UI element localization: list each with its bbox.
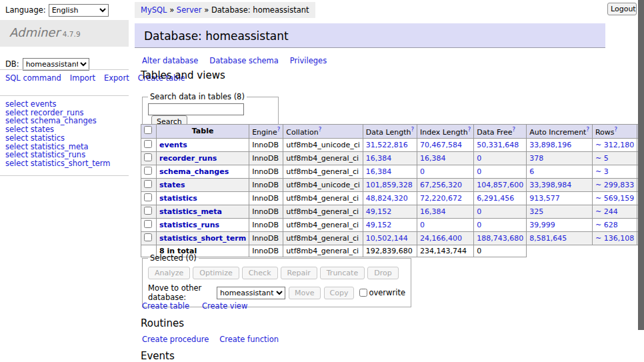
breadcrumb: MySQL » Server » Database: homeassistant [135,2,315,18]
help-link[interactable]: ? [615,126,618,133]
help-link[interactable]: ? [319,126,322,133]
breadcrumb-link-server[interactable]: Server [177,5,202,15]
sidebar-divider [0,95,129,96]
events-heading: Events [141,350,175,362]
header-label: Index Length [420,128,468,137]
row-checkbox[interactable] [144,153,152,161]
truncate-button[interactable]: Truncate [320,267,365,279]
link-privileges[interactable]: Privileges [290,56,327,65]
table-link-events[interactable]: events [159,141,187,149]
table-link-statistics-meta[interactable]: statistics_meta [159,207,222,216]
cell-index-length: 67,256,320 [417,178,474,191]
cell-rows[interactable]: ~ 3 [592,165,637,178]
help-link[interactable]: ? [411,126,415,133]
cell-collation: utf8mb4_general_ci [283,151,363,165]
sidebar-item-select-statistics-short-term[interactable]: select statistics_short_term [5,159,110,168]
row-checkbox[interactable] [144,207,152,215]
selected-legend: Selected (0) [148,253,199,263]
analyze-button[interactable]: Analyze [148,267,190,279]
cell-index-length: 0 [417,218,474,231]
cell-rows[interactable]: ~ 569,159 [592,191,637,205]
cell-table-name: states [157,178,249,191]
move-database-select[interactable]: homeassistant [217,287,285,299]
row-checkbox[interactable] [144,180,152,188]
repair-button[interactable]: Repair [281,267,317,279]
app-version: 4.7.9 [63,30,81,38]
cell-engine: InnoDB [249,231,283,245]
table-link-statistics[interactable]: statistics [159,194,197,203]
row-checkbox[interactable] [144,233,152,241]
move-button[interactable]: Move [289,287,321,299]
move-row: Move to other database: homeassistant Mo… [148,283,405,302]
cell-engine: InnoDB [249,138,283,151]
cell-collation: utf8mb4_general_ci [283,205,363,218]
cell-collation: utf8mb4_unicode_ci [283,178,363,191]
sidebar-link-export[interactable]: Export [104,73,129,83]
row-checkbox[interactable] [144,220,152,228]
language-select[interactable]: English [49,4,109,17]
row-checkbox-cell [141,138,157,151]
link-database-schema[interactable]: Database schema [209,56,278,65]
cell-rows[interactable]: ~ 5 [592,151,637,165]
overwrite-label: overwrite [369,288,405,297]
link-create-procedure[interactable]: Create procedure [142,335,209,344]
cell-table-name: statistics_short_term [157,231,249,245]
sidebar-item-select-events[interactable]: select events [5,100,110,109]
header-cell-index-length: Index Length? [417,125,474,139]
select-all-checkbox[interactable] [144,126,152,134]
row-checkbox[interactable] [144,167,152,175]
help-link[interactable]: ? [468,126,471,133]
cell-rows[interactable]: ~ 136,108 [592,231,637,245]
table-link-statistics-runs[interactable]: statistics_runs [159,221,219,229]
link-create-table[interactable]: Create table [142,301,189,311]
selected-fieldset: Selected (0) AnalyzeOptimizeCheckRepairT… [142,253,411,307]
help-link[interactable]: ? [277,126,281,133]
drop-button[interactable]: Drop [367,267,398,279]
row-checkbox[interactable] [144,193,152,201]
breadcrumb-link-mysql[interactable]: MySQL [141,5,167,15]
optimize-button[interactable]: Optimize [193,267,239,279]
table-link-statistics-short-term[interactable]: statistics_short_term [159,234,246,243]
table-link-states[interactable]: states [159,181,185,189]
row-checkbox-cell [141,231,157,245]
scrollbar-thumb[interactable] [638,0,644,330]
cell-rows[interactable]: ~ 299,833 [592,178,637,191]
cell-collation: utf8mb4_general_ci [283,231,363,245]
table-link-schema-changes[interactable]: schema_changes [159,167,229,176]
cell-engine: InnoDB [249,165,283,178]
table-row: schema_changesInnoDButf8mb4_general_ci16… [141,165,644,178]
sidebar-link-import[interactable]: Import [70,73,95,83]
sidebar-link-sql-command[interactable]: SQL command [5,73,61,83]
row-checkbox[interactable] [144,140,152,148]
sidebar-item-select-statistics[interactable]: select statistics [5,134,110,143]
table-body: eventsInnoDButf8mb4_unicode_ci31,522,816… [141,138,644,257]
header-label: Table [192,127,214,135]
table-row: statistics_runsInnoDButf8mb4_general_ci4… [141,218,644,231]
link-alter-database[interactable]: Alter database [142,56,198,65]
cell-data-length: 16,384 [363,165,417,178]
row-checkbox-cell [141,218,157,231]
link-create-view[interactable]: Create view [202,301,247,311]
search-input[interactable] [148,103,244,115]
cell-rows[interactable]: ~ 628 [592,218,637,231]
cell-engine: InnoDB [249,151,283,165]
cell-index-length: 16,384 [417,151,474,165]
sidebar-item-select-states[interactable]: select states [5,125,110,134]
cell-data-length: 31,522,816 [363,138,417,151]
check-button[interactable]: Check [242,267,278,279]
overwrite-checkbox[interactable] [359,289,367,297]
help-link[interactable]: ? [586,126,589,133]
vertical-scrollbar[interactable] [638,0,644,362]
table-link-recorder-runs[interactable]: recorder_runs [159,154,217,163]
copy-button[interactable]: Copy [324,287,355,299]
tables-and-views-heading: Tables and views [141,69,225,81]
cell-data-length: 49,152 [363,218,417,231]
cell-rows[interactable]: ~ 244 [592,205,637,218]
cell-engine: InnoDB [249,191,283,205]
cell-auto-increment: 33,898,196 [527,138,593,151]
cell-rows[interactable]: ~ 312,180 [592,138,637,151]
link-create-function[interactable]: Create function [219,335,279,344]
help-link[interactable]: ? [512,126,515,133]
logout-button[interactable]: Logout [607,3,637,15]
cell-index-length: 234,143,744 [417,245,474,257]
